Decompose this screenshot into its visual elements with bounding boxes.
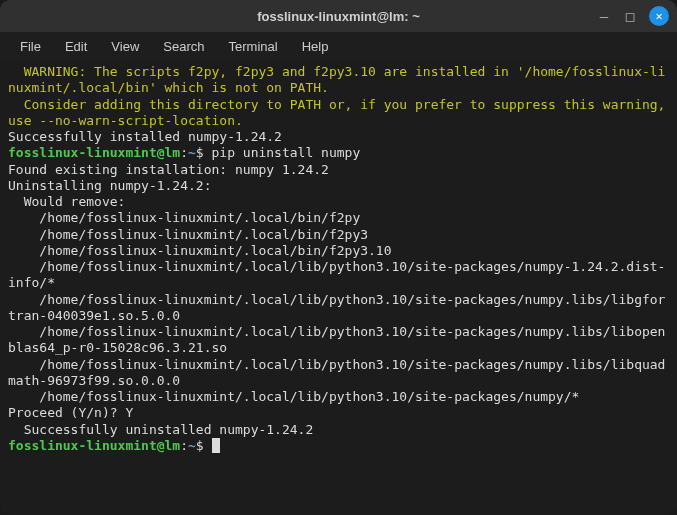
maximize-icon[interactable]: □ [623, 8, 637, 24]
menu-terminal[interactable]: Terminal [217, 35, 290, 58]
menu-edit[interactable]: Edit [53, 35, 99, 58]
menu-view[interactable]: View [99, 35, 151, 58]
proceed-line: Proceed (Y/n)? Y [8, 405, 133, 420]
path-line: /home/fosslinux-linuxmint/.local/lib/pyt… [8, 292, 665, 323]
command-text [204, 438, 212, 453]
path-line: /home/fosslinux-linuxmint/.local/lib/pyt… [8, 389, 579, 404]
menu-search[interactable]: Search [151, 35, 216, 58]
terminal-window: fosslinux-linuxmint@lm: ~ — □ ✕ File Edi… [0, 0, 677, 515]
prompt-user-host: fosslinux-linuxmint@lm [8, 438, 180, 453]
warning-line: WARNING: The scripts f2py, f2py3 and f2p… [8, 64, 665, 95]
prompt-colon: : [180, 145, 188, 160]
prompt-symbol: $ [196, 145, 204, 160]
path-line: /home/fosslinux-linuxmint/.local/lib/pyt… [8, 324, 665, 355]
command-text: pip uninstall numpy [204, 145, 361, 160]
minimize-icon[interactable]: — [597, 8, 611, 24]
warning-line: Consider adding this directory to PATH o… [8, 97, 673, 128]
terminal-area[interactable]: WARNING: The scripts f2py, f2py3 and f2p… [0, 60, 677, 515]
window-title: fosslinux-linuxmint@lm: ~ [257, 9, 420, 24]
menu-help[interactable]: Help [290, 35, 341, 58]
prompt-user-host: fosslinux-linuxmint@lm [8, 145, 180, 160]
path-line: /home/fosslinux-linuxmint/.local/lib/pyt… [8, 259, 665, 290]
cursor-icon [212, 438, 220, 453]
titlebar: fosslinux-linuxmint@lm: ~ — □ ✕ [0, 0, 677, 32]
install-success: Successfully installed numpy-1.24.2 [8, 129, 282, 144]
path-line: /home/fosslinux-linuxmint/.local/bin/f2p… [8, 210, 360, 225]
path-line: /home/fosslinux-linuxmint/.local/lib/pyt… [8, 357, 665, 388]
uninstalling-line: Uninstalling numpy-1.24.2: [8, 178, 212, 193]
close-icon[interactable]: ✕ [649, 6, 669, 26]
found-line: Found existing installation: numpy 1.24.… [8, 162, 329, 177]
prompt-symbol: $ [196, 438, 204, 453]
menu-file[interactable]: File [8, 35, 53, 58]
prompt-path: ~ [188, 438, 196, 453]
uninstall-success: Successfully uninstalled numpy-1.24.2 [8, 422, 313, 437]
prompt-colon: : [180, 438, 188, 453]
path-line: /home/fosslinux-linuxmint/.local/bin/f2p… [8, 243, 392, 258]
would-remove-line: Would remove: [8, 194, 125, 209]
path-line: /home/fosslinux-linuxmint/.local/bin/f2p… [8, 227, 368, 242]
prompt-path: ~ [188, 145, 196, 160]
window-controls: — □ ✕ [597, 6, 669, 26]
menubar: File Edit View Search Terminal Help [0, 32, 677, 60]
